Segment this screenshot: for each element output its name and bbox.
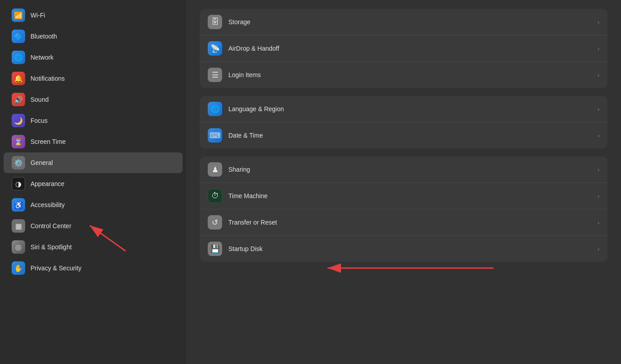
controlcenter-icon: ▦	[12, 219, 25, 233]
sidebar-item-focus[interactable]: 🌙Focus	[4, 110, 183, 131]
settings-row-startup[interactable]: 💾Startup Disk›	[200, 236, 608, 262]
sidebar: 📶Wi-Fi🔷Bluetooth🌐Network🔔Notifications🔊S…	[0, 0, 186, 364]
sharing-chevron-icon: ›	[598, 166, 599, 173]
transfer-chevron-icon: ›	[598, 219, 599, 226]
timemachine-row-icon: ⏱	[208, 189, 222, 203]
language-row-label: Language & Region	[228, 105, 591, 113]
settings-row-timemachine[interactable]: ⏱Time Machine›	[200, 183, 608, 209]
storage-chevron-icon: ›	[598, 19, 599, 26]
storage-row-icon: 🗄	[208, 15, 222, 29]
datetime-row-label: Date & Time	[228, 132, 591, 139]
sound-icon: 🔊	[12, 93, 25, 106]
transfer-row-icon: ↺	[208, 215, 222, 230]
sidebar-label-siri: Siri & Spotlight	[31, 243, 72, 251]
sidebar-label-sound: Sound	[31, 96, 48, 103]
settings-row-airdrop[interactable]: 📡AirDrop & Handoff›	[200, 35, 608, 62]
settings-row-storage[interactable]: 🗄Storage›	[200, 9, 608, 35]
sidebar-item-wifi[interactable]: 📶Wi-Fi	[4, 5, 183, 26]
timemachine-row-label: Time Machine	[228, 192, 591, 199]
datetime-row-icon: ⌨	[208, 128, 222, 143]
settings-row-datetime[interactable]: ⌨Date & Time›	[200, 122, 608, 148]
airdrop-chevron-icon: ›	[598, 45, 599, 52]
airdrop-row-icon: 📡	[208, 41, 222, 56]
airdrop-row-label: AirDrop & Handoff	[228, 45, 591, 52]
transfer-row-label: Transfer or Reset	[228, 219, 591, 226]
loginitems-row-label: Login Items	[228, 71, 591, 78]
sidebar-label-controlcenter: Control Center	[31, 222, 71, 230]
sidebar-item-privacy[interactable]: ✋Privacy & Security	[4, 258, 183, 278]
startup-chevron-icon: ›	[598, 246, 599, 252]
startup-row-icon: 💾	[208, 242, 222, 256]
sharing-row-label: Sharing	[228, 166, 591, 173]
general-icon: ⚙️	[12, 156, 25, 169]
settings-group-group2: 🌐Language & Region›⌨Date & Time›	[200, 96, 608, 148]
loginitems-chevron-icon: ›	[598, 72, 599, 78]
focus-icon: 🌙	[12, 114, 25, 127]
timemachine-chevron-icon: ›	[598, 193, 599, 199]
sidebar-item-general[interactable]: ⚙️General	[4, 152, 183, 173]
settings-row-sharing[interactable]: ♟Sharing›	[200, 156, 608, 183]
siri-icon: ◎	[12, 240, 25, 254]
settings-group-group1: 🗄Storage›📡AirDrop & Handoff›☰Login Items…	[200, 9, 608, 88]
privacy-icon: ✋	[12, 261, 25, 275]
settings-row-loginitems[interactable]: ☰Login Items›	[200, 62, 608, 88]
language-chevron-icon: ›	[598, 106, 599, 113]
sidebar-item-controlcenter[interactable]: ▦Control Center	[4, 216, 183, 236]
network-icon: 🌐	[12, 51, 25, 64]
sidebar-item-bluetooth[interactable]: 🔷Bluetooth	[4, 26, 183, 47]
sidebar-label-appearance: Appearance	[31, 180, 65, 187]
startup-row-label: Startup Disk	[228, 245, 591, 252]
notifications-icon: 🔔	[12, 72, 25, 85]
sidebar-label-privacy: Privacy & Security	[31, 264, 82, 272]
wifi-icon: 📶	[12, 9, 25, 22]
main-content: 🗄Storage›📡AirDrop & Handoff›☰Login Items…	[186, 0, 621, 364]
sidebar-item-accessibility[interactable]: ♿Accessibility	[4, 195, 183, 215]
language-row-icon: 🌐	[208, 102, 222, 116]
sidebar-label-focus: Focus	[31, 117, 48, 124]
sidebar-label-notifications: Notifications	[31, 75, 65, 82]
settings-group-group3: ♟Sharing›⏱Time Machine›↺Transfer or Rese…	[200, 156, 608, 262]
settings-row-transfer[interactable]: ↺Transfer or Reset›	[200, 209, 608, 236]
sidebar-item-appearance[interactable]: ◑Appearance	[4, 173, 183, 194]
sidebar-label-wifi: Wi-Fi	[31, 12, 45, 19]
screentime-icon: ⌛	[12, 135, 25, 148]
sidebar-label-screentime: Screen Time	[31, 138, 66, 145]
sidebar-item-sound[interactable]: 🔊Sound	[4, 89, 183, 110]
sidebar-label-bluetooth: Bluetooth	[31, 33, 57, 40]
sidebar-label-network: Network	[31, 54, 53, 61]
settings-row-language[interactable]: 🌐Language & Region›	[200, 96, 608, 122]
storage-row-label: Storage	[228, 18, 591, 26]
accessibility-icon: ♿	[12, 198, 25, 212]
sidebar-label-general: General	[31, 159, 53, 166]
sharing-row-icon: ♟	[208, 162, 222, 177]
sidebar-label-accessibility: Accessibility	[31, 201, 65, 208]
sidebar-item-screentime[interactable]: ⌛Screen Time	[4, 131, 183, 152]
bluetooth-icon: 🔷	[12, 30, 25, 43]
sidebar-item-siri[interactable]: ◎Siri & Spotlight	[4, 237, 183, 257]
datetime-chevron-icon: ›	[598, 132, 599, 139]
appearance-icon: ◑	[12, 177, 25, 191]
sidebar-item-network[interactable]: 🌐Network	[4, 47, 183, 68]
sidebar-item-notifications[interactable]: 🔔Notifications	[4, 68, 183, 89]
loginitems-row-icon: ☰	[208, 68, 222, 82]
